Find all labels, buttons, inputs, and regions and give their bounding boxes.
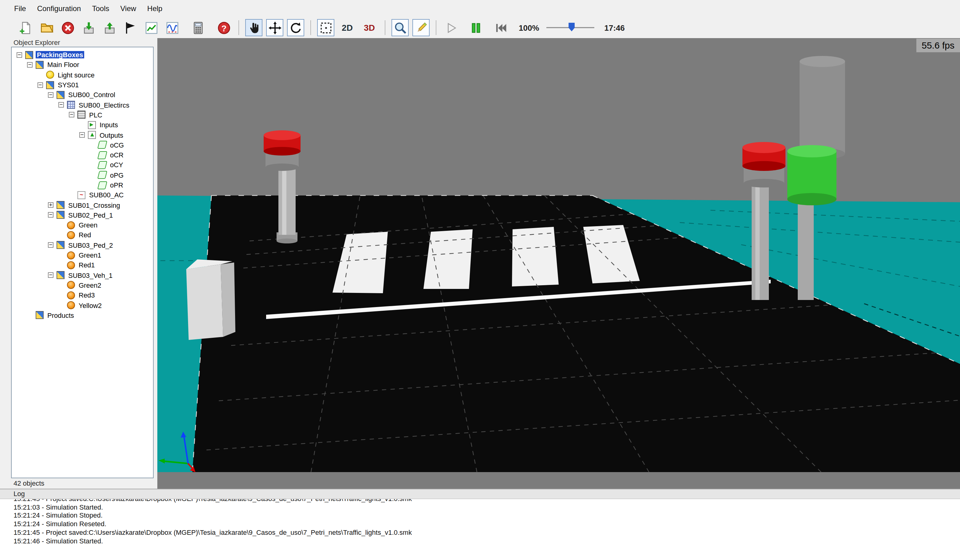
tree-item-ocy[interactable]: oCY xyxy=(12,160,153,170)
tree-item-green[interactable]: Green xyxy=(12,220,153,230)
zoom-level-label: 100% xyxy=(519,23,539,32)
tree-item-inputs[interactable]: Inputs xyxy=(12,120,153,130)
tree-item-sub01-crossing[interactable]: +SUB01_Crossing xyxy=(12,200,153,210)
tree-item-label: Green2 xyxy=(77,282,102,289)
time-display: 17:46 xyxy=(605,23,625,32)
toolbar-separator xyxy=(436,20,436,35)
reset-button[interactable] xyxy=(492,19,509,36)
tree-item-sub00-ac[interactable]: SUB00_AC xyxy=(12,190,153,200)
tree-item-label: Main Floor xyxy=(46,61,80,69)
slider-thumb[interactable] xyxy=(568,23,574,31)
log-entry: 15:21:45 - Project saved:C:\Users\iazkar… xyxy=(13,499,960,503)
tag-icon xyxy=(98,161,107,169)
tree-item-label: Red xyxy=(77,232,92,239)
signal-wave-button[interactable] xyxy=(163,19,181,36)
tree-item-outputs[interactable]: −Outputs xyxy=(12,130,153,140)
play-button[interactable] xyxy=(443,19,460,36)
pan-hand-button[interactable] xyxy=(245,19,262,36)
speed-slider[interactable] xyxy=(547,21,595,34)
tree-item-opr[interactable]: oPR xyxy=(12,180,153,190)
edit-pencil-button[interactable] xyxy=(413,19,430,36)
tree-item-label: SUB00_Control xyxy=(67,91,117,99)
tree-item-label: Products xyxy=(46,312,75,319)
view-2d-button[interactable]: 2D xyxy=(338,19,357,36)
light-icon xyxy=(46,71,54,79)
tree-item-sys01[interactable]: −SYS01 xyxy=(12,80,153,90)
zoom-button[interactable] xyxy=(392,19,409,36)
tree-item-label: Light source xyxy=(56,71,96,78)
tree-item-ocr[interactable]: oCR xyxy=(12,150,153,160)
tree-item-sub00-control[interactable]: −SUB00_Control xyxy=(12,90,153,100)
object-tree[interactable]: −PackingBoxes−Main FloorLight source−SYS… xyxy=(11,47,154,478)
tree-item-red3[interactable]: Red3 xyxy=(12,290,153,300)
log-entry: 15:21:46 - Simulation Started. xyxy=(13,537,960,545)
menu-item-tools[interactable]: Tools xyxy=(86,0,115,17)
collapse-icon[interactable]: − xyxy=(17,52,22,58)
menu-item-configuration[interactable]: Configuration xyxy=(32,0,86,17)
collapse-icon[interactable]: − xyxy=(27,62,33,67)
chart-button[interactable] xyxy=(142,19,160,36)
component-icon xyxy=(56,241,64,249)
help-button[interactable]: ? xyxy=(215,19,232,36)
collapse-icon[interactable]: − xyxy=(58,102,64,107)
tree-item-label: Green xyxy=(77,221,99,229)
tree-item-label: PackingBoxes xyxy=(36,51,84,58)
lamp-icon xyxy=(67,221,75,229)
pause-button[interactable] xyxy=(467,19,484,36)
expand-icon[interactable]: + xyxy=(48,202,53,208)
log-panel[interactable]: 15:21:45 - Project saved:C:\Users\iazkar… xyxy=(0,499,960,560)
lamp-icon xyxy=(67,261,75,269)
tree-item-light-source[interactable]: Light source xyxy=(12,70,153,80)
tree-item-label: Outputs xyxy=(98,131,125,139)
tree-item-red[interactable]: Red xyxy=(12,230,153,240)
tree-item-red1[interactable]: Red1 xyxy=(12,260,153,270)
tree-item-packingboxes[interactable]: −PackingBoxes xyxy=(12,50,153,60)
tree-item-ocg[interactable]: oCG xyxy=(12,140,153,150)
tree-item-sub03-veh-1[interactable]: −SUB03_Veh_1 xyxy=(12,270,153,280)
collapse-icon[interactable]: − xyxy=(48,272,53,278)
tree-item-plc[interactable]: −PLC xyxy=(12,110,153,120)
collapse-icon[interactable]: − xyxy=(79,132,85,138)
tree-item-green2[interactable]: Green2 xyxy=(12,280,153,290)
tree-item-sub02-ped-1[interactable]: −SUB02_Ped_1 xyxy=(12,210,153,220)
rotate-button[interactable] xyxy=(287,19,304,36)
collapse-icon[interactable]: − xyxy=(37,82,43,88)
tree-item-label: SUB02_Ped_1 xyxy=(67,211,114,219)
flag-button[interactable] xyxy=(122,19,139,36)
viewport-3d[interactable]: 55.6 fps xyxy=(157,38,960,489)
tree-item-label: SUB00_AC xyxy=(88,192,125,199)
tree-item-label: Red3 xyxy=(77,292,96,299)
menu-item-file[interactable]: File xyxy=(9,0,32,17)
object-explorer-panel: Object Explorer −PackingBoxes−Main Floor… xyxy=(11,38,154,489)
collapse-icon[interactable]: − xyxy=(48,243,53,248)
collapse-icon[interactable]: − xyxy=(48,213,53,218)
import-component-button[interactable] xyxy=(80,19,97,36)
close-stop-button[interactable] xyxy=(59,19,76,36)
open-project-button[interactable] xyxy=(38,19,55,36)
collapse-icon[interactable]: − xyxy=(48,92,53,98)
new-model-button[interactable] xyxy=(17,19,34,36)
tree-item-sub00-electircs[interactable]: −SUB00_Electircs xyxy=(12,100,153,110)
tree-item-green1[interactable]: Green1 xyxy=(12,250,153,260)
select-region-button[interactable] xyxy=(317,19,334,36)
tree-item-opg[interactable]: oPG xyxy=(12,170,153,180)
toolbar: ? 2D 3D 10 xyxy=(0,17,960,38)
ac-icon xyxy=(77,191,85,199)
menu-item-view[interactable]: View xyxy=(115,0,142,17)
tree-item-main-floor[interactable]: −Main Floor xyxy=(12,60,153,70)
component-icon xyxy=(56,91,64,99)
tree-item-yellow2[interactable]: Yellow2 xyxy=(12,300,153,310)
menu-item-help[interactable]: Help xyxy=(142,0,168,17)
export-component-button[interactable] xyxy=(101,19,118,36)
collapse-icon[interactable]: − xyxy=(69,112,74,118)
tag-icon xyxy=(98,171,107,179)
move-button[interactable] xyxy=(266,19,283,36)
toolbar-separator xyxy=(238,20,239,35)
view-3d-button[interactable]: 3D xyxy=(360,19,379,36)
calculator-button[interactable] xyxy=(189,19,206,36)
component-icon xyxy=(56,271,64,279)
component-icon xyxy=(36,61,44,69)
tree-item-sub03-ped-2[interactable]: −SUB03_Ped_2 xyxy=(12,240,153,250)
tree-item-products[interactable]: Products xyxy=(12,310,153,320)
tree-item-label: Yellow2 xyxy=(77,301,103,309)
